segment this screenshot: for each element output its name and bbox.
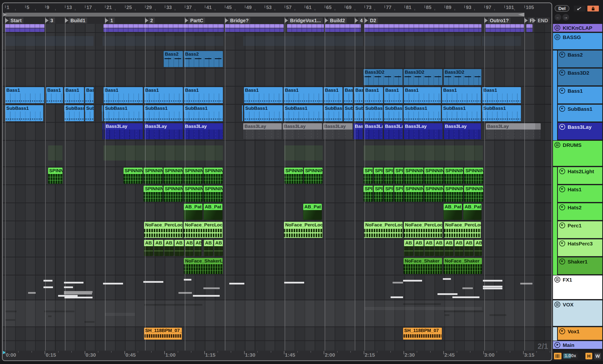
width-zoom-button[interactable]: W — [594, 353, 601, 359]
track-name: Hats2Light — [568, 169, 594, 174]
locator-line — [5, 17, 6, 351]
track-header-hatsperc3[interactable]: HatsPerc3 — [558, 239, 602, 256]
group-icon[interactable] — [554, 277, 560, 283]
track-header-bass3d2[interactable]: Bass3D2 — [558, 68, 602, 85]
loop-end-marker[interactable] — [518, 13, 524, 17]
locator-3[interactable]: 3 — [49, 18, 55, 23]
track-header-fx1[interactable]: FX1 — [553, 275, 602, 299]
bar-number: 89 — [446, 5, 452, 10]
bar-minor-tick — [514, 9, 515, 11]
track-header-vox[interactable]: VOX — [553, 300, 602, 326]
locator-line — [185, 17, 185, 351]
track-header-bass3lay[interactable]: Bass3Lay — [558, 123, 602, 139]
locator-bridgevox1-[interactable]: BridgeVox1... — [288, 18, 323, 23]
locator-outro1-[interactable]: Outro1? — [488, 18, 510, 23]
locator-triangle — [364, 18, 368, 23]
audio-engine-button[interactable] — [554, 353, 561, 359]
time-label: 2:45 — [443, 352, 454, 358]
locator-start[interactable]: Start — [9, 18, 23, 23]
fold-icon[interactable] — [559, 124, 565, 130]
fold-icon[interactable] — [559, 223, 565, 228]
locator-build2[interactable]: Build2 — [328, 18, 347, 23]
fold-icon[interactable] — [559, 259, 565, 264]
time-minor-tick — [178, 351, 178, 353]
time-label: 1:15 — [204, 352, 216, 358]
track-header-kicknclap[interactable]: KICKnCLAP — [553, 24, 602, 32]
locator-triangle — [524, 18, 528, 23]
height-zoom-button[interactable]: H — [585, 353, 592, 359]
time-minor-tick — [111, 351, 112, 353]
track-name: VOX — [563, 302, 573, 308]
status-bar: 1.00x H W — [552, 351, 603, 361]
locator-partc[interactable]: PartC — [188, 18, 205, 23]
group-icon[interactable] — [554, 302, 560, 307]
locator-build1[interactable]: Build1 — [69, 18, 87, 23]
track-header-bassg[interactable]: BASSG — [553, 33, 602, 49]
fold-icon[interactable] — [559, 168, 565, 174]
locator-2[interactable]: 2 — [149, 18, 155, 23]
group-icon[interactable] — [554, 25, 560, 31]
track-header-drums[interactable]: DRUMS — [553, 141, 602, 166]
fold-icon[interactable] — [559, 186, 565, 192]
bar-minor-tick — [195, 9, 195, 11]
past-end-shade — [535, 17, 552, 351]
loop-start-marker[interactable] — [3, 13, 7, 17]
fold-icon[interactable] — [559, 240, 565, 246]
track-header-hats2light[interactable]: Hats2Light — [558, 167, 602, 184]
time-minor-tick — [536, 351, 537, 353]
locator-d2[interactable]: D2 — [368, 18, 378, 23]
track-header-bass1[interactable]: Bass1 — [558, 87, 602, 103]
fold-icon[interactable] — [559, 52, 565, 57]
fold-icon[interactable] — [559, 70, 565, 76]
arrangement-grid[interactable] — [3, 17, 552, 351]
bar-tick — [325, 5, 325, 8]
lock-envelopes-button[interactable] — [587, 6, 599, 11]
bar-tick — [225, 5, 225, 8]
bar-number: 25 — [127, 5, 132, 10]
bar-tick — [285, 5, 285, 8]
bar-tick — [85, 5, 85, 8]
group-icon[interactable] — [554, 34, 560, 40]
track-header-shaker1[interactable]: Shaker1 — [558, 257, 602, 274]
locator-triangle — [105, 18, 108, 23]
locator-line — [524, 17, 525, 351]
playback-rate-value: 1.00x — [563, 353, 578, 358]
group-icon[interactable] — [554, 142, 560, 148]
draw-mode-button[interactable] — [574, 6, 585, 11]
time-minor-tick — [138, 351, 138, 353]
loop-bar[interactable] — [5, 13, 524, 17]
nav-back-button[interactable]: ← — [555, 14, 561, 21]
locator-triangle — [355, 18, 358, 23]
track-header-main[interactable]: Main — [553, 341, 602, 349]
locator-4[interactable]: 4 — [358, 18, 364, 23]
track-header-hats2[interactable]: Hats2 — [558, 203, 602, 220]
bar-ruler[interactable]: 1591317212529333741454953576165697377818… — [3, 3, 552, 12]
locator-bridge-[interactable]: Bridge? — [229, 18, 251, 23]
fold-icon[interactable] — [559, 88, 565, 94]
time-minor-tick — [71, 351, 72, 353]
playback-rate-box[interactable]: 1.00x — [563, 353, 578, 359]
bar-minor-tick — [255, 9, 255, 11]
delete-button[interactable]: Del — [555, 5, 569, 12]
locator-line — [145, 17, 146, 351]
track-header-vox1[interactable]: Vox1 — [558, 327, 602, 340]
track-name: Perc1 — [568, 223, 581, 228]
play-icon[interactable] — [554, 342, 560, 348]
playhead[interactable] — [3, 351, 6, 354]
time-label: 0:45 — [125, 352, 136, 358]
track-header-subbass1[interactable]: SubBass1 — [558, 105, 602, 122]
locator-line — [325, 17, 325, 351]
bar-tick — [105, 5, 105, 8]
locator-1[interactable]: 1 — [109, 18, 115, 23]
track-header-hats1[interactable]: Hats1 — [558, 185, 602, 202]
fold-icon[interactable] — [559, 328, 565, 334]
track-header-perc1[interactable]: Perc1 — [558, 221, 602, 238]
time-ruler[interactable]: 0:000:150:300:451:001:151:301:452:002:15… — [3, 351, 552, 360]
track-header-bass2[interactable]: Bass2 — [558, 50, 602, 67]
time-minor-tick — [231, 351, 231, 353]
time-minor-tick — [470, 351, 470, 353]
nav-forward-button[interactable]: → — [562, 14, 569, 21]
fold-icon[interactable] — [559, 106, 565, 112]
fold-icon[interactable] — [559, 205, 565, 210]
bar-tick — [165, 5, 165, 8]
